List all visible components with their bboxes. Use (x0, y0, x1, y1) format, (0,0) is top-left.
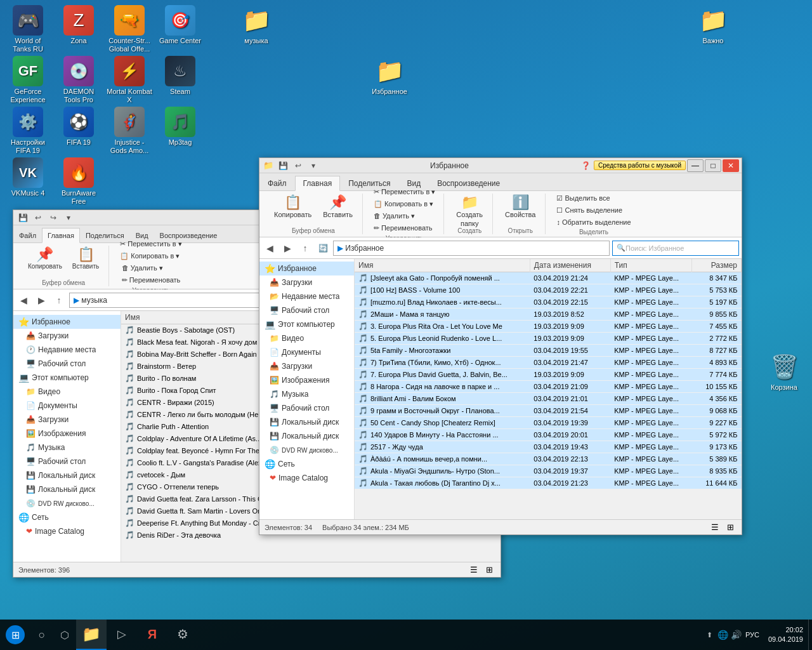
view-tile-btn-front[interactable]: ⊞ (724, 521, 737, 534)
table-row[interactable]: 🎵5. Europa Plus Leonid Rudenko - Love L.… (355, 333, 742, 345)
sidebar-item-downloads1[interactable]: 📥Загрузки (13, 329, 121, 343)
col-date-front[interactable]: Дата изменения (530, 259, 610, 272)
taskbar-clock[interactable]: 20:02 09.04.2019 (763, 625, 808, 645)
desktop-icon-steam[interactable]: ♨ Steam (155, 53, 206, 98)
sidebar-item-fav-header[interactable]: ⭐Избранное (259, 262, 354, 275)
sidebar-item-comp-front[interactable]: 💻Этот компьютер (259, 317, 354, 331)
desktop-icon-muzyka[interactable]: 📁 музыка (231, 3, 282, 48)
desktop-icon-zona[interactable]: Z Zona (53, 3, 104, 48)
rename-btn-front[interactable]: ✏ Переименовать (370, 223, 438, 234)
table-row[interactable]: 🎵Àðàáú - А помнишь вечер,а помни...03.04… (355, 453, 742, 465)
taskbar-cortana[interactable]: ⬡ (53, 620, 76, 650)
delete-btn-back[interactable]: 🗑 Удалить ▾ (119, 263, 184, 274)
quick-save-btn-front[interactable]: 💾 (276, 159, 290, 173)
tab-play-front[interactable]: Воспроизведение (429, 175, 508, 190)
copy-to-btn-back[interactable]: 📋 Копировать в ▾ (117, 251, 185, 262)
desktop-icon-mortal-kombat[interactable]: ⚡ Mortal Kombat X (104, 53, 155, 107)
sidebar-item-music-front[interactable]: 🎵Музыка (259, 387, 354, 401)
desktop-icon-world-tanks[interactable]: 🎮 World of Tanks RU (3, 3, 53, 56)
sidebar-item-recent-front[interactable]: 📂Недавние места (259, 289, 354, 303)
sidebar-item-net-front[interactable]: 🌐Сеть (259, 457, 354, 471)
help-btn-front[interactable]: ❓ (579, 159, 593, 173)
tray-volume[interactable]: 🔊 (731, 630, 742, 640)
desktop-icon-injustice[interactable]: 🦸 Injustice - Gods Amo... (104, 104, 155, 157)
up-btn-front[interactable]: ↑ (298, 241, 313, 256)
table-row[interactable]: 🎵50 Cent - Candy Shop [Cheaterz Remix]03… (355, 417, 742, 429)
sidebar-item-dvd1[interactable]: 💿DVD RW дисково... (13, 496, 121, 510)
sidebar-item-video1[interactable]: 📁Видео (13, 385, 121, 399)
table-row[interactable]: 🎵140 Ударов В Минуту - На Расстояни ...0… (355, 429, 742, 441)
desktop-icon-geforce[interactable]: GF GeForce Experience (3, 53, 53, 107)
pin-btn[interactable]: 📌 Копировать (23, 246, 67, 272)
col-type-front[interactable]: Тип (610, 259, 691, 272)
quick-dropdown-btn[interactable]: ▾ (62, 211, 75, 225)
sidebar-item-dvd-front[interactable]: 💿DVD RW дисково... (259, 443, 354, 457)
quick-save-btn[interactable]: 💾 (16, 211, 30, 225)
desktop-icon-burnaware[interactable]: 🔥 BurnAware Free (53, 155, 104, 208)
address-field-front[interactable]: ▶ Избранное (333, 241, 610, 256)
sidebar-item-desk2-front[interactable]: 🖥️Рабочий стол (259, 401, 354, 415)
desktop-icon-vkmusic[interactable]: VK VKMusic 4 (3, 155, 53, 200)
taskbar-explorer[interactable]: 📁 (76, 620, 107, 650)
taskbar-search[interactable]: ○ (30, 620, 53, 650)
sidebar-item-docs1[interactable]: 📄Документы (13, 399, 121, 413)
sidebar-item-favorites[interactable]: ⭐Избранное (13, 315, 121, 329)
desktop-icon-fifa19[interactable]: ⚽ FIFA 19 (53, 104, 104, 149)
delete-btn-front[interactable]: 🗑 Удалить ▾ (370, 211, 438, 222)
desktop-icon-izbrannoye[interactable]: 📁 Избранное (364, 53, 415, 98)
sidebar-item-img-front[interactable]: 🖼️Изображения (259, 373, 354, 387)
sidebar-item-video-front[interactable]: 📁Видео (259, 331, 354, 345)
rename-btn-back[interactable]: ✏ Переименовать (119, 275, 184, 286)
table-row[interactable]: 🎵5ta Family - Многоэтажки03.04.2019 19:5… (355, 345, 742, 357)
sidebar-item-disk1[interactable]: 💾Локальный диск (13, 468, 121, 482)
quick-undo-btn-front[interactable]: ↩ (291, 159, 305, 173)
table-row[interactable]: 🎵2517 - Жду чуда03.04.2019 19:43KMP - MP… (355, 441, 742, 453)
tab-home-back[interactable]: Главная (42, 228, 80, 243)
sidebar-item-docs-front[interactable]: 📄Документы (259, 345, 354, 359)
sidebar-item-recent[interactable]: 🕐Недавние места (13, 343, 121, 357)
close-btn-front[interactable]: ✕ (723, 159, 739, 172)
taskbar-settings[interactable]: ⚙ (167, 620, 198, 650)
paste-btn-front[interactable]: 📌 Вставить (318, 194, 357, 220)
col-name-front[interactable]: Имя (355, 259, 530, 272)
desktop-icon-mp3tag[interactable]: 🎵 Mp3tag (155, 104, 206, 149)
select-all-btn-front[interactable]: ☑ Выделить все (553, 193, 634, 204)
quick-redo-btn[interactable]: ↪ (46, 211, 60, 225)
table-row[interactable]: 🎵[Jsleeyt aka Gato - Попробуй поменяй ..… (355, 272, 742, 284)
sidebar-item-network1[interactable]: 🌐Сеть (13, 510, 121, 524)
desktop-icon-recycle[interactable]: 🗑️ Корзина (759, 349, 809, 394)
refresh-btn-front[interactable]: 🔄 (315, 241, 331, 256)
sidebar-item-imgcat-front[interactable]: ❤Image Catalog (259, 471, 354, 485)
tray-language[interactable]: РУС (744, 631, 761, 639)
move-to-btn-front[interactable]: ✂ Переместить в ▾ (370, 187, 438, 197)
view-list-btn-back[interactable]: ☰ (468, 564, 480, 576)
tray-show-btn[interactable]: ⬆ (704, 631, 715, 639)
table-row[interactable]: 🎵8 Нагора - Сидя на лавочке в парке и ..… (355, 381, 742, 393)
sidebar-item-down2[interactable]: 📥Загрузки (13, 413, 121, 427)
table-row[interactable]: 🎵8rilliant Ami - Валим Боком03.04.2019 2… (355, 393, 742, 405)
sidebar-item-desktop-front[interactable]: 🖥️Рабочий стол (259, 303, 354, 317)
desktop-icon-daemon-tools[interactable]: 💿 DAEMON Tools Pro (53, 53, 104, 107)
quick-dropdown-front[interactable]: ▾ (306, 159, 320, 173)
sidebar-item-disk2-front[interactable]: 💾Локальный диск (259, 429, 354, 443)
tab-file-front[interactable]: Файл (259, 175, 295, 190)
sidebar-item-desktop1[interactable]: 🖥️Рабочий стол (13, 357, 121, 371)
deselect-btn-front[interactable]: ☐ Снять выделение (553, 205, 634, 216)
tray-network[interactable]: 🌐 (717, 630, 728, 640)
forward-btn-back[interactable]: ▶ (34, 293, 49, 308)
desktop-icon-nastrojki[interactable]: ⚙️ Настройки FIFA 19 (3, 104, 53, 157)
desktop-icon-game-center[interactable]: 🎯 Game Center (155, 3, 206, 48)
invert-btn-front[interactable]: ↕ Обратить выделение (553, 217, 634, 227)
sidebar-item-dl-front[interactable]: 📥Загрузки (259, 275, 354, 289)
table-row[interactable]: 🎵7) ТриТипа (Тбили, Кимо, Хтб) - Однок..… (355, 357, 742, 369)
taskbar-arrow[interactable]: ▷ (107, 620, 137, 650)
new-folder-btn-front[interactable]: 📁 Создать папку (452, 194, 487, 224)
table-row[interactable]: 🎵Akula - MiyaGi Эндшпиль- Нутро (Ston...… (355, 465, 742, 477)
paste-btn-back[interactable]: 📋 Вставить (68, 246, 103, 272)
table-row[interactable]: 🎵Akula - Такая любовь (Dj Tarantino Dj x… (355, 477, 742, 489)
sidebar-item-disk1-front[interactable]: 💾Локальный диск (259, 415, 354, 429)
tab-file-back[interactable]: Файл (13, 227, 42, 242)
view-list-btn-front[interactable]: ☰ (709, 521, 721, 534)
back-btn-back[interactable]: ◀ (16, 293, 31, 308)
table-row[interactable]: 🎵9 грамм и Восточный Округ - Планова...0… (355, 405, 742, 417)
